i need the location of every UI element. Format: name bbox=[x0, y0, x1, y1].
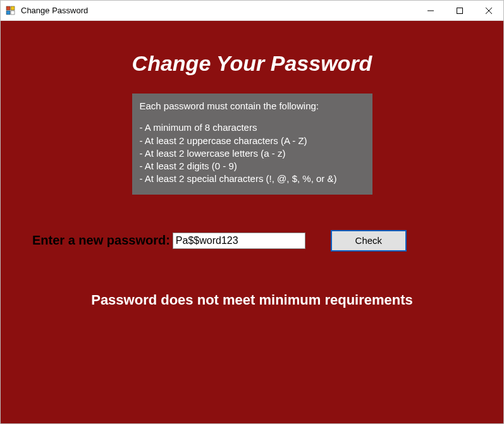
rules-intro: Each password must contain the following… bbox=[140, 100, 365, 112]
app-icon bbox=[6, 6, 16, 16]
svg-rect-0 bbox=[6, 6, 10, 10]
close-button[interactable] bbox=[474, 1, 503, 21]
password-rules-box: Each password must contain the following… bbox=[132, 94, 372, 195]
rule-line: - At least 2 lowercase letters (a - z) bbox=[140, 147, 365, 160]
svg-rect-5 bbox=[457, 8, 463, 13]
svg-rect-2 bbox=[6, 11, 10, 15]
svg-rect-3 bbox=[11, 11, 15, 15]
svg-rect-1 bbox=[11, 6, 15, 10]
password-form-row: Enter a new password: Check bbox=[1, 230, 503, 251]
maximize-button[interactable] bbox=[445, 1, 474, 21]
password-input[interactable] bbox=[173, 233, 305, 249]
window-title: Change Password bbox=[21, 6, 88, 15]
rule-line: - At least 2 uppercase characters (A - Z… bbox=[140, 135, 365, 147]
app-window: Change Password Change Your Password Eac… bbox=[0, 0, 504, 424]
rule-line: - At least 2 special characters (!, @, $… bbox=[140, 173, 365, 185]
check-button[interactable]: Check bbox=[331, 230, 407, 251]
minimize-button[interactable] bbox=[416, 1, 445, 21]
client-area: Change Your Password Each password must … bbox=[1, 21, 503, 423]
password-label: Enter a new password: bbox=[32, 233, 170, 248]
titlebar: Change Password bbox=[1, 1, 503, 21]
status-message: Password does not meet minimum requireme… bbox=[1, 292, 503, 308]
rule-line: - A minimum of 8 characters bbox=[140, 121, 365, 134]
page-heading: Change Your Password bbox=[1, 51, 503, 76]
rule-line: - At least 2 digits (0 - 9) bbox=[140, 160, 365, 173]
